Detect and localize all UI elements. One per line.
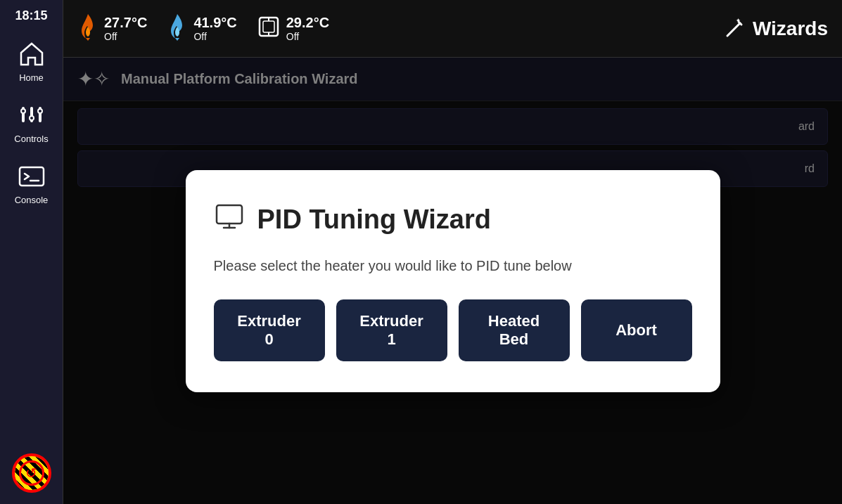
sidebar-item-console[interactable]: Console	[0, 151, 63, 212]
sidebar-item-console-label: Console	[15, 195, 49, 205]
main-content: ✦✧ Manual Platform Calibration Wizard ar…	[63, 58, 842, 504]
modal-buttons: Extruder 0 Extruder 1 Heated Bed Abort	[214, 299, 692, 361]
emergency-stop-button[interactable]: ↺	[12, 453, 51, 493]
chamber-group: 29.2°C Off	[257, 15, 329, 43]
sidebar-item-controls[interactable]: Controls	[0, 90, 63, 151]
modal-subtitle: Please select the heater you would like …	[214, 258, 692, 274]
emergency-stop-area: ↺	[12, 453, 51, 493]
extruder0-button[interactable]: Extruder 0	[214, 299, 325, 361]
hotend1-group: 27.7°C Off	[77, 13, 147, 45]
hotend2-group: 41.9°C Off	[167, 13, 236, 45]
svg-rect-14	[263, 21, 274, 32]
svg-rect-4	[39, 112, 42, 122]
hotend1-status: Off	[104, 31, 147, 42]
chamber-icon	[257, 15, 281, 43]
svg-rect-2	[30, 107, 33, 117]
topbar: 27.7°C Off 41.9°C Off 29.	[63, 0, 842, 58]
pid-tuning-modal: PID Tuning Wizard Please select the heat…	[186, 170, 720, 392]
emergency-stop-icon: ↺	[19, 460, 44, 486]
heated-bed-button[interactable]: Heated Bed	[459, 299, 570, 361]
svg-rect-0	[22, 112, 25, 122]
svg-marker-12	[175, 38, 179, 41]
sidebar: 18:15 Home Controls	[0, 0, 63, 504]
hotend1-temp: 27.7°C	[104, 15, 147, 31]
clock: 18:15	[15, 0, 47, 29]
chamber-temp: 29.2°C	[286, 15, 329, 31]
wizards-label: Wizards	[753, 18, 828, 40]
controls-icon	[16, 100, 47, 131]
svg-point-8	[38, 109, 42, 113]
hotend1-icon	[77, 13, 98, 45]
console-icon	[16, 161, 47, 192]
abort-button[interactable]: Abort	[581, 299, 692, 361]
svg-point-7	[30, 116, 34, 120]
wand-icon: ✦	[723, 18, 746, 40]
svg-rect-9	[20, 167, 44, 186]
chamber-info: 29.2°C Off	[286, 15, 329, 42]
modal-title-row: PID Tuning Wizard	[214, 201, 692, 238]
svg-text:✦: ✦	[736, 18, 741, 24]
monitor-icon	[214, 201, 245, 238]
svg-rect-19	[217, 205, 242, 224]
hotend2-status: Off	[193, 31, 236, 42]
hotend2-icon	[167, 13, 188, 45]
home-icon	[16, 39, 47, 70]
svg-line-17	[727, 23, 740, 36]
extruder1-button[interactable]: Extruder 1	[336, 299, 447, 361]
svg-marker-11	[86, 38, 90, 41]
sidebar-nav: Home Controls Console	[0, 29, 63, 453]
chamber-status: Off	[286, 31, 329, 42]
hotend2-info: 41.9°C Off	[193, 15, 236, 42]
modal-overlay: PID Tuning Wizard Please select the heat…	[63, 58, 842, 504]
wizards-button[interactable]: ✦ Wizards	[723, 18, 828, 40]
hotend1-info: 27.7°C Off	[104, 15, 147, 42]
sidebar-item-home-label: Home	[19, 72, 44, 83]
hotend2-temp: 41.9°C	[193, 15, 236, 31]
sidebar-item-home[interactable]: Home	[0, 29, 63, 90]
modal-title: PID Tuning Wizard	[257, 205, 491, 235]
svg-point-6	[21, 109, 25, 113]
sidebar-item-controls-label: Controls	[14, 134, 48, 144]
